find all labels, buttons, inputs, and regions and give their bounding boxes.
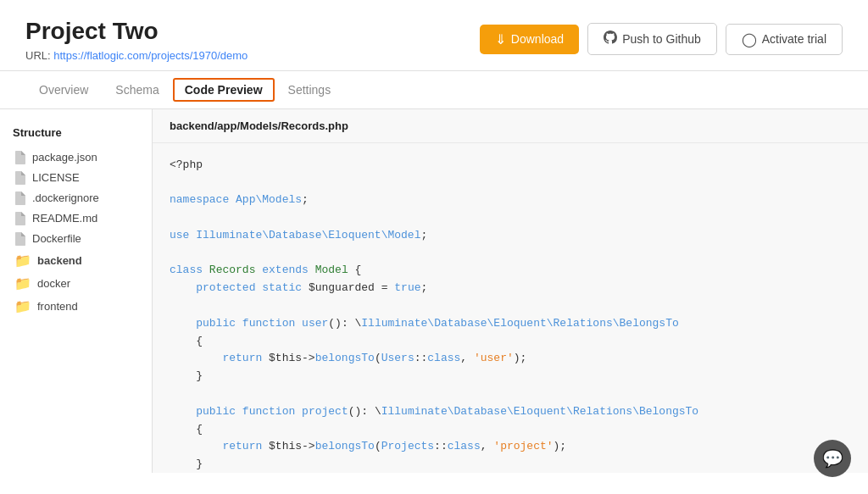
url-label: URL: — [25, 49, 51, 62]
activate-trial-button[interactable]: ◯ Activate trial — [726, 24, 843, 55]
chat-icon: 💬 — [822, 448, 843, 469]
tab-overview[interactable]: Overview — [25, 71, 102, 108]
tab-code-preview[interactable]: Code Preview — [173, 78, 275, 102]
folder-icon: 📁 — [14, 275, 31, 291]
file-icon — [14, 232, 26, 246]
tab-settings[interactable]: Settings — [275, 71, 345, 108]
file-label: README.md — [32, 212, 97, 225]
header-actions: ⇓ Download Push to Github ◯ Activate tri… — [480, 23, 843, 55]
file-label: LICENSE — [32, 171, 80, 184]
sidebar: Structure package.json LICENSE — [0, 109, 153, 473]
project-title: Project Two — [25, 17, 248, 46]
github-icon — [604, 31, 617, 47]
file-icon — [14, 171, 26, 185]
list-item[interactable]: 📁 frontend — [13, 295, 139, 318]
trial-icon: ◯ — [742, 31, 757, 47]
file-label: package.json — [32, 151, 97, 164]
folder-icon: 📁 — [14, 298, 31, 314]
list-item[interactable]: 📁 docker — [13, 272, 139, 295]
list-item[interactable]: README.md — [13, 208, 139, 229]
url-link[interactable]: https://flatlogic.com/projects/1970/demo — [53, 49, 248, 62]
folder-icon: 📁 — [14, 253, 31, 269]
download-button[interactable]: ⇓ Download — [480, 25, 579, 54]
tab-schema[interactable]: Schema — [102, 71, 172, 108]
folder-label: docker — [37, 277, 70, 290]
code-filepath: backend/app/Models/Records.php — [153, 109, 868, 143]
file-icon — [14, 191, 26, 205]
file-icon — [14, 212, 26, 225]
list-item[interactable]: LICENSE — [13, 168, 139, 188]
project-url: URL: https://flatlogic.com/projects/1970… — [25, 49, 248, 62]
file-icon — [14, 151, 26, 164]
nav-tabs: Overview Schema Code Preview Settings — [0, 71, 868, 109]
file-label: Dockerfile — [32, 232, 81, 245]
list-item[interactable]: .dockerignore — [13, 188, 139, 208]
push-github-button[interactable]: Push to Github — [587, 23, 717, 55]
folder-label: frontend — [37, 300, 78, 313]
header-left: Project Two URL: https://flatlogic.com/p… — [25, 17, 248, 62]
folder-label: backend — [37, 254, 82, 267]
list-item[interactable]: 📁 backend — [13, 249, 139, 272]
file-label: .dockerignore — [32, 191, 99, 204]
list-item[interactable]: Dockerfile — [13, 229, 139, 249]
code-area: backend/app/Models/Records.php <?php nam… — [153, 109, 868, 473]
chat-bubble[interactable]: 💬 — [814, 440, 851, 473]
code-block: <?php namespace App\Models; use Illumina… — [153, 143, 868, 473]
header: Project Two URL: https://flatlogic.com/p… — [0, 0, 868, 71]
main-content: Structure package.json LICENSE — [0, 109, 868, 473]
download-icon: ⇓ — [495, 31, 506, 47]
sidebar-title: Structure — [13, 126, 139, 139]
list-item[interactable]: package.json — [13, 147, 139, 168]
